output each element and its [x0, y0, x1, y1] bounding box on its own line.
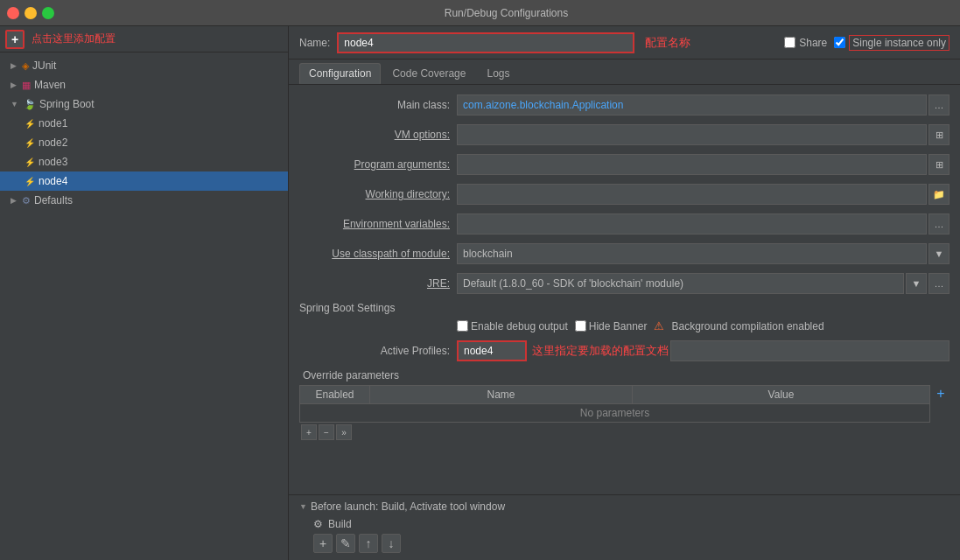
- sidebar-item-defaults[interactable]: ▶ ⚙ Defaults: [0, 191, 288, 210]
- launch-title: ▼ Before launch: Build, Activate tool wi…: [299, 500, 949, 513]
- table-row: No parameters: [300, 404, 949, 423]
- main-class-browse-button[interactable]: …: [928, 94, 949, 116]
- share-area: Share: [784, 37, 827, 49]
- name-input[interactable]: [337, 32, 634, 53]
- junit-icon: ◈: [22, 60, 29, 72]
- minimize-button[interactable]: [25, 7, 37, 19]
- maximize-button[interactable]: [42, 7, 54, 19]
- tab-code-coverage[interactable]: Code Coverage: [382, 63, 475, 84]
- launch-arrow-icon: ▼: [299, 502, 307, 511]
- sidebar-item-label: node2: [39, 136, 67, 149]
- arrow-icon: ▶: [11, 61, 17, 70]
- classpath-dropdown-btn[interactable]: ▼: [928, 243, 949, 264]
- vm-options-input-wrapper: ⊞: [457, 124, 949, 145]
- launch-add-button[interactable]: +: [313, 534, 333, 553]
- arrow-icon: ▼: [11, 100, 18, 108]
- hide-banner-label[interactable]: Hide Banner: [575, 320, 648, 332]
- classpath-row: Use classpath of module: blockchain ▼: [299, 242, 949, 265]
- add-config-button[interactable]: +: [5, 30, 25, 49]
- maven-icon: ▦: [22, 80, 31, 91]
- sidebar-item-maven[interactable]: ▶ ▦ Maven: [0, 75, 288, 94]
- main-class-input-wrapper: …: [457, 94, 949, 116]
- vm-options-expand-button[interactable]: ⊞: [928, 124, 949, 145]
- arrow-icon: ▶: [11, 80, 17, 89]
- launch-item-label: Build: [328, 518, 352, 530]
- override-title: Override parameters: [299, 369, 949, 382]
- jre-row: JRE: Default (1.8.0_60 - SDK of 'blockch…: [299, 272, 949, 295]
- enable-debug-checkbox[interactable]: [457, 320, 468, 332]
- override-section: Override parameters Enabled Name Value +: [299, 369, 949, 440]
- active-profiles-input[interactable]: [457, 340, 527, 361]
- left-panel: + 点击这里添加配置 ▶ ◈ JUnit ▶ ▦ Maven: [0, 26, 289, 560]
- active-profiles-annotation: 这里指定要加载的配置文档: [532, 343, 669, 359]
- program-args-input[interactable]: [457, 154, 927, 175]
- launch-up-button[interactable]: ↑: [359, 534, 378, 553]
- col-name: Name: [370, 386, 633, 404]
- enable-debug-label[interactable]: Enable debug output: [457, 320, 568, 332]
- jre-dropdown-btn[interactable]: ▼: [906, 273, 927, 294]
- share-checkbox[interactable]: [784, 37, 795, 48]
- sidebar-item-node2[interactable]: ⚡ node2: [0, 133, 288, 152]
- launch-down-button[interactable]: ↓: [382, 534, 401, 553]
- node-icon: ⚡: [25, 177, 35, 186]
- sidebar-item-node1[interactable]: ⚡ node1: [0, 114, 288, 133]
- table-remove-row-btn[interactable]: −: [319, 424, 334, 440]
- single-instance-checkbox[interactable]: [834, 37, 845, 48]
- hide-banner-checkbox[interactable]: [575, 320, 586, 332]
- env-vars-input-wrapper: …: [457, 214, 949, 234]
- sidebar-item-label: Defaults: [34, 194, 73, 206]
- working-dir-label: Working directory:: [299, 188, 457, 200]
- launch-section: ▼ Before launch: Build, Activate tool wi…: [289, 494, 960, 560]
- jre-browse-btn[interactable]: …: [928, 273, 949, 294]
- share-label: Share: [799, 37, 827, 49]
- main-class-input[interactable]: [457, 94, 927, 116]
- working-dir-row: Working directory: 📁: [299, 183, 949, 206]
- working-dir-input[interactable]: [457, 184, 927, 205]
- table-add-button[interactable]: +: [932, 385, 949, 402]
- warn-icon: ⚠: [654, 319, 664, 332]
- vm-options-input[interactable]: [457, 124, 927, 145]
- sidebar-item-label: Maven: [34, 79, 66, 91]
- main-content: + 点击这里添加配置 ▶ ◈ JUnit ▶ ▦ Maven: [0, 26, 960, 560]
- jre-label: JRE:: [299, 277, 457, 290]
- program-args-expand-button[interactable]: ⊞: [928, 154, 949, 175]
- name-annotation: 配置名称: [645, 35, 690, 51]
- tab-configuration[interactable]: Configuration: [299, 63, 381, 84]
- table-add-row-btn[interactable]: +: [301, 424, 317, 440]
- name-label: Name:: [299, 37, 330, 49]
- left-toolbar: + 点击这里添加配置: [0, 26, 288, 52]
- sidebar-item-node4[interactable]: ⚡ node4: [0, 172, 288, 191]
- close-button[interactable]: [7, 7, 19, 19]
- tab-logs[interactable]: Logs: [477, 63, 519, 84]
- defaults-icon: ⚙: [22, 195, 31, 206]
- env-vars-browse-button[interactable]: …: [928, 214, 949, 234]
- table-toolbar: + − »: [299, 424, 949, 440]
- col-enabled: Enabled: [300, 386, 370, 404]
- tabs-bar: Configuration Code Coverage Logs: [289, 60, 960, 85]
- override-table: Enabled Name Value + No: [299, 385, 949, 423]
- sidebar-item-label: JUnit: [32, 60, 56, 72]
- config-header: Name: 配置名称 Share Single instance only: [289, 26, 960, 60]
- sidebar-item-junit[interactable]: ▶ ◈ JUnit: [0, 56, 288, 75]
- tree-container[interactable]: ▶ ◈ JUnit ▶ ▦ Maven ▼ 🍃 Spring Boot: [0, 52, 288, 560]
- vm-options-label: VM options:: [299, 129, 457, 141]
- program-args-input-wrapper: ⊞: [457, 154, 949, 175]
- window-title: Run/Debug Configurations: [60, 7, 953, 19]
- active-profiles-label: Active Profiles:: [299, 345, 457, 357]
- launch-section-title: Before launch: Build, Activate tool wind…: [311, 500, 505, 513]
- build-icon: ⚙: [313, 518, 323, 530]
- window: Run/Debug Configurations + 点击这里添加配置 ▶ ◈ …: [0, 0, 960, 560]
- sidebar-item-node3[interactable]: ⚡ node3: [0, 152, 288, 172]
- env-vars-input[interactable]: [457, 214, 927, 234]
- working-dir-browse-button[interactable]: 📁: [928, 184, 949, 205]
- launch-edit-button[interactable]: ✎: [336, 534, 355, 553]
- classpath-select[interactable]: blockchain: [457, 243, 927, 264]
- no-params-text: No parameters: [300, 404, 930, 423]
- table-more-btn[interactable]: »: [336, 424, 352, 440]
- add-annotation: 点击这里添加配置: [32, 32, 116, 46]
- sidebar-item-springboot[interactable]: ▼ 🍃 Spring Boot: [0, 94, 288, 114]
- working-dir-input-wrapper: 📁: [457, 184, 949, 205]
- launch-item: ⚙ Build: [299, 516, 949, 532]
- jre-select[interactable]: Default (1.8.0_60 - SDK of 'blockchain' …: [457, 273, 904, 294]
- node-icon: ⚡: [25, 158, 35, 167]
